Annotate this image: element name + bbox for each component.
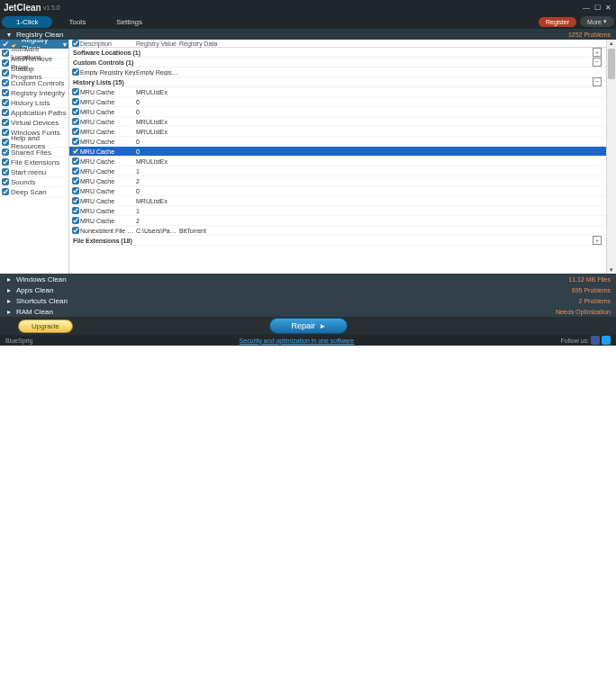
repair-button[interactable]: Repair ▸ xyxy=(269,318,349,334)
row-checkbox[interactable] xyxy=(72,118,79,125)
sidebar-item[interactable]: Deep Scan xyxy=(0,187,68,197)
scroll-up-icon[interactable]: ▴ xyxy=(610,40,613,47)
table-row[interactable]: Nonexistent File PathC:\Users\Pamela\A..… xyxy=(69,226,616,236)
sidebar-master-checkbox[interactable] xyxy=(2,40,9,48)
app-title: JetClean xyxy=(4,3,41,13)
header-checkbox[interactable] xyxy=(72,40,79,47)
col-description[interactable]: Description xyxy=(80,40,136,47)
upgrade-button[interactable]: Upgrade xyxy=(18,320,73,333)
table-row[interactable]: MRU Cache0 xyxy=(69,107,616,117)
row-registry-value: 0 xyxy=(136,148,179,155)
sidebar-item-checkbox[interactable] xyxy=(2,158,9,166)
sidebar-item[interactable]: Application Paths xyxy=(0,108,68,118)
sidebar-item[interactable]: Virtual Devices xyxy=(0,118,68,128)
sidebar-item[interactable]: Registry Integrity xyxy=(0,88,68,98)
row-description: MRU Cache xyxy=(80,139,136,145)
sidebar-item[interactable]: History Lists xyxy=(0,98,68,108)
row-checkbox[interactable] xyxy=(72,207,79,214)
sidebar-item-checkbox[interactable] xyxy=(2,168,9,176)
row-checkbox[interactable] xyxy=(72,187,79,194)
table-row[interactable]: MRU Cache1 xyxy=(69,166,616,176)
table-row[interactable]: MRU CacheMRUListEx xyxy=(69,87,616,97)
sidebar-item[interactable]: Shared Files xyxy=(0,148,68,158)
sidebar-item-checkbox[interactable] xyxy=(2,59,9,67)
expand-icon[interactable]: + xyxy=(593,236,602,245)
row-checkbox[interactable] xyxy=(72,138,79,145)
scroll-down-icon[interactable]: ▾ xyxy=(610,266,613,274)
table-row[interactable]: MRU Cache0 xyxy=(69,97,616,107)
collapse-icon[interactable]: − xyxy=(593,77,602,86)
row-checkbox[interactable] xyxy=(72,68,79,76)
table-row[interactable]: MRU Cache0 xyxy=(69,186,616,196)
table-row[interactable]: Empty Registry KeyEmpty Registry Value xyxy=(69,68,616,77)
table-row[interactable]: MRU Cache1 xyxy=(69,206,616,216)
row-checkbox[interactable] xyxy=(72,227,79,234)
row-description: Nonexistent File Path xyxy=(80,228,136,234)
tab-1click[interactable]: 1-Click xyxy=(2,16,52,28)
row-checkbox[interactable] xyxy=(72,158,79,165)
sidebar-item[interactable]: Sounds xyxy=(0,177,68,187)
sidebar-item[interactable]: Startup Programs xyxy=(0,68,68,78)
table-row[interactable]: MRU CacheMRUListEx xyxy=(69,117,616,127)
row-checkbox[interactable] xyxy=(72,108,79,115)
sidebar-item-checkbox[interactable] xyxy=(2,99,9,106)
col-registry-data[interactable]: Registry Data xyxy=(179,40,616,47)
tab-tools[interactable]: Tools xyxy=(54,16,100,28)
table-row[interactable]: MRU Cache0 xyxy=(69,147,616,157)
row-checkbox[interactable] xyxy=(72,128,79,135)
sidebar-item-checkbox[interactable] xyxy=(2,79,9,86)
section-windows[interactable]: ▸ Windows Clean 11.12 MB Files xyxy=(0,274,616,284)
sidebar-item-checkbox[interactable] xyxy=(2,178,9,185)
sidebar-item-checkbox[interactable] xyxy=(2,119,9,126)
row-checkbox[interactable] xyxy=(72,197,79,204)
sidebar-item-checkbox[interactable] xyxy=(2,109,9,116)
table-row[interactable]: MRU CacheMRUListEx xyxy=(69,127,616,137)
scrollbar[interactable]: ▴ ▾ xyxy=(606,40,616,274)
scroll-thumb[interactable] xyxy=(608,49,615,79)
row-checkbox[interactable] xyxy=(72,98,79,105)
facebook-icon[interactable] xyxy=(591,336,600,345)
group-file-extensions[interactable]: File Extensions (18) + xyxy=(69,236,616,246)
sidebar-item-checkbox[interactable] xyxy=(2,188,9,195)
table-row[interactable]: MRU CacheMRUListEx xyxy=(69,157,616,166)
close-icon[interactable]: ✕ xyxy=(603,3,612,12)
more-button[interactable]: More▾ xyxy=(580,16,614,27)
sidebar-item-checkbox[interactable] xyxy=(2,148,9,156)
sidebar-item[interactable]: File Extensions xyxy=(0,158,68,167)
register-button[interactable]: Register xyxy=(539,17,576,27)
group-software-locations[interactable]: Software Locations (1) + xyxy=(69,48,616,58)
row-checkbox[interactable] xyxy=(72,177,79,184)
promo-link[interactable]: Security and optimization in one softwar… xyxy=(240,338,355,344)
row-checkbox[interactable] xyxy=(72,167,79,175)
table-row[interactable]: MRU Cache2 xyxy=(69,216,616,226)
maximize-icon[interactable]: ☐ xyxy=(593,3,602,12)
group-history-lists[interactable]: History Lists (15) − xyxy=(69,77,616,87)
group-custom-controls[interactable]: Custom Controls (1) − xyxy=(69,58,616,68)
sidebar-item-checkbox[interactable] xyxy=(2,50,9,57)
sidebar-item-checkbox[interactable] xyxy=(2,139,9,146)
sidebar-item-checkbox[interactable] xyxy=(2,69,9,76)
row-checkbox[interactable] xyxy=(72,88,79,95)
row-registry-value: 0 xyxy=(136,139,179,145)
more-label: More xyxy=(587,19,602,25)
tab-settings[interactable]: Settings xyxy=(102,16,157,28)
section-shortcuts[interactable]: ▸ Shortcuts Clean 2 Problems xyxy=(0,295,616,306)
table-row[interactable]: MRU Cache2 xyxy=(69,176,616,186)
expand-icon[interactable]: + xyxy=(593,48,602,57)
sidebar-item[interactable]: Custom Controls xyxy=(0,78,68,88)
sidebar-item-checkbox[interactable] xyxy=(2,89,9,96)
section-ram[interactable]: ▸ RAM Clean Needs Optimization xyxy=(0,306,616,317)
sidebar-item-checkbox[interactable] xyxy=(2,129,9,136)
row-checkbox[interactable] xyxy=(72,148,79,155)
section-apps[interactable]: ▸ Apps Clean 895 Problems xyxy=(0,284,616,295)
table-row[interactable]: MRU Cache0 xyxy=(69,137,616,147)
table-row[interactable]: MRU CacheMRUListEx xyxy=(69,196,616,206)
minimize-icon[interactable]: — xyxy=(582,3,591,12)
twitter-icon[interactable] xyxy=(602,336,611,345)
col-registry-value[interactable]: Registry Value xyxy=(136,40,179,47)
collapse-icon[interactable]: − xyxy=(593,58,602,67)
section-registry[interactable]: ▾ Registry Clean 1252 Problems xyxy=(0,29,616,40)
sidebar-item[interactable]: Start menu xyxy=(0,167,68,177)
row-checkbox[interactable] xyxy=(72,217,79,224)
sidebar-item[interactable]: Help and Resources xyxy=(0,138,68,148)
